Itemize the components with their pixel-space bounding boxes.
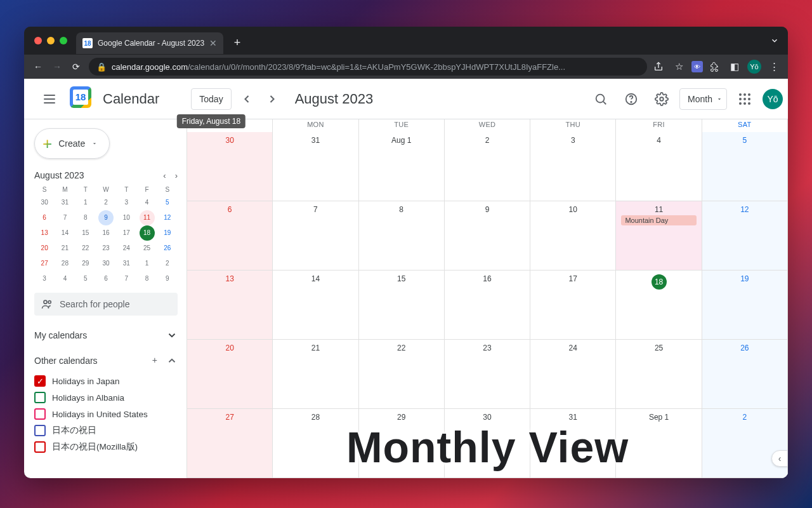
day-cell[interactable]: 31 [530, 409, 616, 478]
day-cell[interactable]: 2 [702, 409, 788, 478]
day-cell[interactable]: 22 [359, 340, 445, 409]
mini-day[interactable]: 17 [119, 225, 134, 241]
mini-day[interactable]: 10 [119, 210, 134, 225]
my-calendars-toggle[interactable]: My calendars [34, 330, 178, 341]
mini-day[interactable]: 9 [160, 271, 175, 286]
mini-day[interactable]: 27 [37, 256, 52, 271]
day-cell[interactable]: 25 [616, 340, 702, 409]
day-cell[interactable]: 26 [702, 340, 788, 409]
day-cell[interactable]: 2 [445, 132, 530, 201]
extensions-icon[interactable] [709, 62, 722, 72]
mini-day[interactable]: 26 [160, 241, 175, 256]
bookmark-icon[interactable]: ☆ [672, 61, 685, 72]
search-icon[interactable] [588, 86, 613, 112]
day-cell[interactable]: Sep 1 [616, 409, 702, 478]
event-chip[interactable]: Mountain Day [621, 215, 696, 225]
main-menu-icon[interactable] [34, 84, 65, 114]
day-cell[interactable]: 3 [530, 132, 616, 201]
day-cell[interactable]: 5 [702, 132, 788, 201]
side-panel-toggle[interactable]: ‹ [771, 450, 788, 467]
calendar-item[interactable]: 日本の祝日(Mozilla版) [34, 439, 178, 455]
nav-forward-icon[interactable]: → [51, 62, 63, 72]
add-calendar-icon[interactable]: + [152, 355, 157, 366]
address-field[interactable]: 🔒 calendar.google.com/calendar/u/0/r/mon… [89, 58, 647, 76]
day-cell[interactable]: 15 [359, 271, 445, 340]
day-cell[interactable]: 4 [616, 132, 702, 201]
window-controls[interactable] [30, 37, 71, 44]
day-cell[interactable]: Aug 1 [359, 132, 445, 201]
day-cell[interactable]: 19 [702, 271, 788, 340]
day-cell[interactable]: 20 [187, 340, 273, 409]
help-icon[interactable] [619, 86, 644, 112]
mini-day[interactable]: 7 [119, 271, 134, 286]
mini-day[interactable]: 1 [140, 256, 155, 271]
mini-day[interactable]: 30 [98, 256, 114, 271]
nav-back-icon[interactable]: ← [32, 62, 44, 72]
mini-day[interactable]: 23 [98, 241, 114, 256]
mini-next-icon[interactable]: › [175, 171, 178, 180]
mini-day[interactable]: 3 [37, 271, 52, 286]
mini-day[interactable]: 15 [78, 225, 93, 241]
search-people-input[interactable]: Search for people [34, 293, 178, 316]
mini-day[interactable]: 1 [78, 195, 93, 210]
google-apps-icon[interactable] [732, 86, 757, 112]
mini-day[interactable]: 24 [119, 241, 134, 256]
day-cell[interactable]: 27 [187, 409, 273, 478]
prev-month-icon[interactable] [237, 89, 257, 109]
mini-day[interactable]: 21 [57, 241, 72, 256]
day-cell[interactable]: 21 [273, 340, 358, 409]
mini-day[interactable]: 14 [57, 225, 72, 241]
today-button[interactable]: Today Friday, August 18 [191, 88, 231, 110]
day-cell[interactable]: 6 [187, 201, 273, 271]
maximize-window[interactable] [60, 37, 67, 44]
calendar-item[interactable]: Holidays in Albania [34, 389, 178, 406]
mini-day[interactable]: 3 [119, 195, 134, 210]
day-cell[interactable]: 30 [187, 132, 273, 201]
other-calendars-toggle[interactable]: Other calendars + [34, 355, 178, 366]
day-cell[interactable]: 12 [702, 201, 788, 271]
mini-day[interactable]: 20 [37, 241, 52, 256]
new-tab-button[interactable]: + [228, 34, 246, 51]
close-window[interactable] [34, 37, 42, 44]
mini-calendar[interactable]: SMTWTFS303112345678910111213141516171819… [34, 184, 178, 286]
minimize-window[interactable] [47, 37, 55, 44]
day-cell[interactable]: 17 [530, 271, 616, 340]
mini-day[interactable]: 6 [98, 271, 114, 286]
create-button[interactable]: + Create [34, 128, 110, 159]
day-cell[interactable]: 23 [445, 340, 530, 409]
mini-day[interactable]: 31 [119, 256, 134, 271]
day-cell[interactable]: 11Mountain Day [616, 201, 702, 271]
sidepanel-icon[interactable]: ◧ [728, 61, 741, 72]
mini-day[interactable]: 28 [57, 256, 72, 271]
calendar-item[interactable]: 日本の祝日 [34, 422, 178, 439]
day-cell[interactable]: 14 [273, 271, 358, 340]
profile-avatar[interactable]: Yō [747, 60, 761, 74]
calendar-checkbox[interactable] [34, 441, 46, 453]
browser-menu-icon[interactable]: ⋮ [768, 61, 780, 72]
mini-day[interactable]: 7 [57, 210, 72, 225]
day-cell[interactable]: 8 [359, 201, 445, 271]
calendar-checkbox[interactable] [34, 408, 46, 420]
account-avatar[interactable]: Yō [763, 89, 783, 109]
calendar-checkbox[interactable]: ✓ [34, 375, 46, 387]
mini-day[interactable]: 12 [160, 210, 175, 225]
mini-day[interactable]: 13 [37, 225, 52, 241]
mini-day[interactable]: 11 [140, 210, 155, 225]
mini-day[interactable]: 19 [160, 225, 175, 241]
calendar-checkbox[interactable] [34, 425, 46, 436]
share-icon[interactable] [653, 62, 666, 72]
browser-tab[interactable]: 18 Google Calendar - August 2023 ✕ [76, 32, 223, 54]
day-cell[interactable]: 18 [616, 271, 702, 340]
mini-day[interactable]: 4 [140, 195, 155, 210]
mini-day[interactable]: 4 [57, 271, 72, 286]
extension-icon[interactable]: 👁 [691, 61, 703, 72]
mini-day[interactable]: 2 [98, 195, 114, 210]
day-cell[interactable]: 24 [530, 340, 616, 409]
day-cell[interactable]: 10 [530, 201, 616, 271]
day-cell[interactable]: 13 [187, 271, 273, 340]
nav-reload-icon[interactable]: ⟳ [70, 62, 82, 72]
mini-day[interactable]: 22 [78, 241, 93, 256]
view-selector[interactable]: Month [679, 88, 727, 110]
day-cell[interactable]: 16 [445, 271, 530, 340]
tabs-dropdown-icon[interactable] [770, 36, 779, 45]
